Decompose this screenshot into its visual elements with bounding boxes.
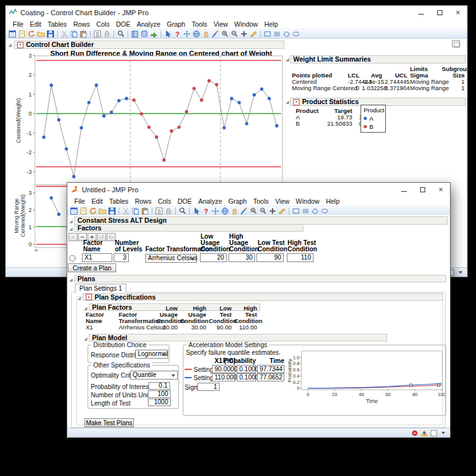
search-icon[interactable] <box>117 30 126 38</box>
make-test-plans-button[interactable]: Make Test Plans <box>84 418 134 427</box>
red-triangle-menu-icon[interactable] <box>293 99 300 105</box>
paste-icon[interactable] <box>141 207 150 215</box>
database-icon[interactable] <box>140 30 149 38</box>
create-a-plan-button[interactable]: Create a Plan <box>68 263 116 272</box>
setting1-x1-input[interactable]: 90.0000 <box>212 365 235 373</box>
oval-shape-icon[interactable] <box>321 207 329 215</box>
import-export-icon[interactable] <box>150 30 159 38</box>
disclosure-icon[interactable] <box>69 277 72 282</box>
magnifier-q-icon[interactable] <box>259 207 268 215</box>
polygon-shape-icon[interactable] <box>282 30 291 38</box>
disclosure-icon[interactable] <box>84 306 87 310</box>
menu-rows[interactable]: Rows <box>131 197 154 205</box>
disclosure-icon[interactable] <box>69 227 72 231</box>
menu-window[interactable]: Window <box>231 20 261 28</box>
menu-tools[interactable]: Tools <box>188 20 211 28</box>
menu-analyze[interactable]: Analyze <box>133 20 163 28</box>
move-icon[interactable] <box>183 30 192 38</box>
new-doc-icon[interactable] <box>79 207 88 215</box>
polygon-shape-icon[interactable] <box>311 207 320 215</box>
minimize-button[interactable] <box>412 6 430 19</box>
outline-plans[interactable]: Plans <box>74 275 446 282</box>
factor-row-radio[interactable] <box>69 255 76 261</box>
setting2-time-input[interactable]: 77.0652 <box>257 373 284 381</box>
low-test-input[interactable]: 90 <box>256 253 284 262</box>
error-status-icon[interactable] <box>411 429 420 437</box>
magnifier-q-icon[interactable] <box>230 30 239 38</box>
refresh-icon[interactable] <box>27 30 36 38</box>
brush-icon[interactable] <box>211 30 220 38</box>
menu-graph[interactable]: Graph <box>164 20 188 28</box>
menu-analyze[interactable]: Analyze <box>195 197 225 205</box>
menu-view[interactable]: View <box>272 197 293 205</box>
filter-status-icon[interactable] <box>456 268 465 277</box>
maximize-button[interactable] <box>430 6 449 19</box>
outline-weight-limit-summaries[interactable]: Weight Limit Summaries <box>290 55 466 63</box>
rect-shape-icon[interactable] <box>292 207 301 215</box>
setting1-probability-input[interactable]: 0.1000 <box>237 365 256 373</box>
red-triangle-menu-icon[interactable] <box>86 294 92 300</box>
red-triangle-menu-icon[interactable] <box>17 42 23 48</box>
menu-graph[interactable]: Graph <box>225 197 250 205</box>
script-window-icon[interactable]: S <box>155 207 164 215</box>
caution-status-icon[interactable] <box>420 429 429 437</box>
length-of-test-input[interactable]: 1000 <box>148 399 171 406</box>
outline-plan-specifications[interactable]: Plan Specifications <box>83 293 443 301</box>
menu-file[interactable]: File <box>10 20 27 28</box>
menu-help[interactable]: Help <box>261 20 281 28</box>
maximize-button[interactable] <box>413 183 432 196</box>
save-icon[interactable] <box>108 207 117 215</box>
menu-help[interactable]: Help <box>322 197 343 205</box>
control-chart[interactable]: 3210-1-2-3Centered(Weight) <box>13 54 286 186</box>
minimize-button[interactable] <box>395 183 413 196</box>
refresh-icon[interactable] <box>89 207 98 215</box>
setting2-probability-input[interactable]: 0.1000 <box>237 373 256 381</box>
new-data-table-icon[interactable] <box>70 207 79 215</box>
help-icon[interactable]: ? <box>173 30 182 38</box>
lock-icon[interactable] <box>164 207 173 215</box>
lines-shape-icon[interactable] <box>301 207 310 215</box>
grabber-icon[interactable] <box>230 207 239 215</box>
menu-cols[interactable]: Cols <box>93 20 113 28</box>
response-distribution-dropdown[interactable]: Lognormal <box>135 350 168 359</box>
plus-icon[interactable] <box>268 207 277 215</box>
panel-dock-icon[interactable] <box>452 40 460 48</box>
disclosure-icon[interactable] <box>8 43 11 47</box>
filter-status-icon[interactable] <box>439 429 448 437</box>
script-window-icon[interactable]: S <box>93 30 102 38</box>
brush-icon[interactable] <box>240 207 249 215</box>
sigma-input[interactable]: 1 <box>197 383 220 391</box>
rect-shape-icon[interactable] <box>263 30 272 38</box>
setting1-time-input[interactable]: 97.7344 <box>257 365 284 373</box>
cut-icon[interactable] <box>60 30 69 38</box>
lock-icon[interactable] <box>103 30 112 38</box>
open-icon[interactable] <box>98 207 107 215</box>
magnifier-p-icon[interactable] <box>221 30 230 38</box>
tab-plan-settings-1[interactable]: Plan Settings 1 <box>75 284 126 293</box>
open-icon[interactable] <box>37 30 46 38</box>
disclosure-icon[interactable] <box>286 57 289 62</box>
cut-icon[interactable] <box>122 207 131 215</box>
pencil-icon[interactable] <box>249 30 258 38</box>
grabber-icon[interactable] <box>202 30 211 38</box>
optimality-criterion-dropdown[interactable]: Quantile <box>130 371 178 380</box>
setting2-x1-input[interactable]: 110.0000 <box>212 373 235 381</box>
plus-icon[interactable] <box>240 30 249 38</box>
disclosure-icon[interactable] <box>286 100 289 104</box>
disclosure-icon[interactable] <box>69 219 72 223</box>
journal-icon[interactable] <box>131 30 140 38</box>
titlebar[interactable]: Coating - Control Chart Builder - JMP Pr… <box>6 6 467 19</box>
menu-window[interactable]: Window <box>293 197 322 205</box>
outline-factors[interactable]: Factors <box>74 224 303 232</box>
close-button[interactable]: × <box>432 183 450 196</box>
disclosure-icon[interactable] <box>84 336 87 341</box>
transformation-dropdown[interactable]: Arrhenius Celsius <box>145 254 197 263</box>
remove-all-factors-button[interactable]: × <box>69 233 77 241</box>
oval-shape-icon[interactable] <box>292 30 301 38</box>
save-icon[interactable] <box>46 30 55 38</box>
menu-tables[interactable]: Tables <box>106 197 131 205</box>
close-button[interactable]: × <box>449 6 467 19</box>
probability-plot[interactable]: 00.20.40.60.81.0020406080100TimeProbabil… <box>286 347 445 407</box>
magnifier-p-icon[interactable] <box>249 207 258 215</box>
menu-tables[interactable]: Tables <box>44 20 70 28</box>
